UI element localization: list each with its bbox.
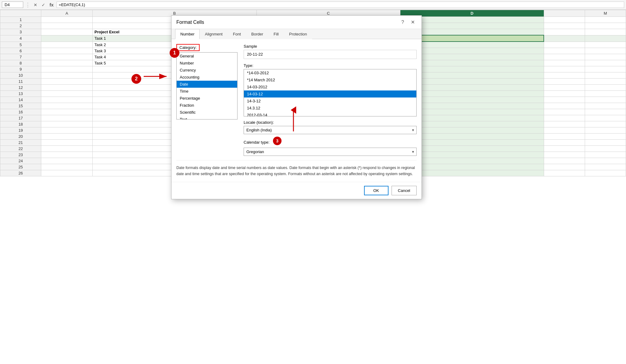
row-number: 18 — [0, 121, 41, 127]
category-date[interactable]: Date — [177, 81, 237, 88]
calendar-select-wrapper: Gregorian — [244, 148, 417, 156]
row-number: 9 — [0, 66, 41, 72]
tab-protection[interactable]: Protection — [284, 29, 312, 39]
cell-a8[interactable] — [41, 60, 93, 66]
formula-divider: ⋮ — [25, 2, 31, 8]
row-number: 11 — [0, 78, 41, 84]
row-number: 22 — [0, 145, 41, 152]
tab-border[interactable]: Border — [246, 29, 268, 39]
annotation-circle-3: 3 — [273, 137, 282, 145]
category-percentage[interactable]: Percentage — [177, 95, 237, 102]
cell-a4[interactable] — [41, 35, 93, 42]
category-fraction[interactable]: Fraction — [177, 102, 237, 109]
cancel-icon[interactable]: ✕ — [32, 2, 39, 8]
row-number: 17 — [0, 115, 41, 121]
type-item-0[interactable]: *14-03-2012 — [244, 69, 416, 76]
col-header-m[interactable]: M — [585, 10, 626, 17]
cell-e1 — [544, 17, 585, 23]
cell-a2[interactable] — [41, 23, 93, 29]
cell-m2[interactable] — [585, 23, 626, 29]
dialog-main-row: Category: General Number Currency Accoun… — [176, 44, 417, 156]
row-number: 10 — [0, 72, 41, 78]
cell-reference-box[interactable]: D4 — [2, 2, 23, 8]
row-number: 8 — [0, 60, 41, 66]
dialog-titlebar: Format Cells ? ✕ — [171, 16, 422, 29]
dialog-controls: ? ✕ — [400, 19, 417, 26]
calendar-select[interactable]: Gregorian — [244, 148, 417, 156]
corner-header — [0, 10, 41, 17]
row-number: 14 — [0, 97, 41, 103]
cell-e5 — [544, 42, 585, 48]
cell-m4[interactable] — [585, 35, 626, 42]
tab-font[interactable]: Font — [228, 29, 246, 39]
row-number: 7 — [0, 54, 41, 60]
category-section: Category: General Number Currency Accoun… — [176, 44, 238, 156]
row-number: 24 — [0, 158, 41, 164]
row-number: 1 — [0, 17, 41, 23]
confirm-icon[interactable]: ✓ — [40, 2, 46, 8]
col-header-a[interactable]: A — [41, 10, 93, 17]
row-number: 6 — [0, 48, 41, 54]
category-general[interactable]: General — [177, 53, 237, 60]
cell-a3[interactable] — [41, 29, 93, 35]
row-number: 2 — [0, 23, 41, 29]
type-label: Type: — [244, 63, 417, 68]
category-time[interactable]: Time — [177, 88, 237, 95]
dialog-close-button[interactable]: ✕ — [409, 19, 417, 26]
row-number: 5 — [0, 42, 41, 48]
type-item-2[interactable]: 14-03-2012 — [244, 83, 416, 90]
category-label: Category: — [176, 44, 200, 51]
formula-input[interactable] — [57, 2, 624, 8]
type-item-4[interactable]: 14-3-12 — [244, 97, 416, 105]
tab-number[interactable]: Number — [175, 29, 200, 39]
cell-a6[interactable] — [41, 48, 93, 54]
cell-m1[interactable] — [585, 17, 626, 23]
type-item-5[interactable]: 14.3.12 — [244, 105, 416, 112]
type-item-1[interactable]: *14 March 2012 — [244, 76, 416, 83]
locale-label: Locale (location): — [244, 120, 417, 125]
row-number: 3 — [0, 29, 41, 35]
cell-m5[interactable] — [585, 42, 626, 48]
locale-select-wrapper: English (India) — [244, 126, 417, 134]
tab-fill[interactable]: Fill — [268, 29, 284, 39]
sample-value: 20-11-22 — [244, 50, 417, 59]
type-list[interactable]: *14-03-2012 *14 March 2012 14-03-2012 14… — [244, 69, 417, 116]
cell-e4 — [544, 35, 585, 42]
category-scientific[interactable]: Scientific — [177, 109, 237, 116]
description-text: Date formats display date and time seria… — [176, 160, 417, 176]
row-number: 4 — [0, 35, 41, 42]
category-list[interactable]: General Number Currency Accounting Date … — [176, 52, 238, 119]
locale-select[interactable]: English (India) — [244, 126, 417, 134]
cell-e6 — [544, 48, 585, 54]
col-header-extra — [544, 10, 585, 17]
category-number[interactable]: Number — [177, 60, 237, 67]
row-number: 21 — [0, 139, 41, 145]
cell-m3[interactable] — [585, 29, 626, 35]
row-number: 19 — [0, 127, 41, 133]
cell-e8 — [544, 60, 585, 66]
sample-label: Sample — [244, 44, 417, 49]
category-currency[interactable]: Currency — [177, 67, 237, 74]
formula-bar: D4 ⋮ ✕ ✓ fx — [0, 0, 626, 10]
function-icon[interactable]: fx — [48, 2, 55, 7]
category-text[interactable]: Text — [177, 116, 237, 119]
cell-m8[interactable] — [585, 60, 626, 66]
dialog-title: Format Cells — [176, 20, 204, 25]
row-number: 13 — [0, 90, 41, 97]
category-accounting[interactable]: Accounting — [177, 74, 237, 81]
type-item-6[interactable]: 2012-03-14 — [244, 112, 416, 116]
cell-e7 — [544, 54, 585, 60]
type-list-container: *14-03-2012 *14 March 2012 14-03-2012 14… — [244, 69, 417, 116]
row-number: 16 — [0, 109, 41, 115]
cell-a5[interactable] — [41, 42, 93, 48]
cell-m6[interactable] — [585, 48, 626, 54]
dialog-help-button[interactable]: ? — [400, 19, 406, 26]
cell-a1[interactable] — [41, 17, 93, 23]
tab-alignment[interactable]: Alignment — [200, 29, 228, 39]
cell-a7[interactable] — [41, 54, 93, 60]
row-number: 25 — [0, 164, 41, 170]
type-item-3[interactable]: 14-03-12 — [244, 90, 416, 97]
right-section: Sample 20-11-22 Type: *14-03-2012 *14 Ma… — [244, 44, 417, 156]
calendar-label: Calendar type: 3 — [244, 138, 417, 146]
cell-m7[interactable] — [585, 54, 626, 60]
